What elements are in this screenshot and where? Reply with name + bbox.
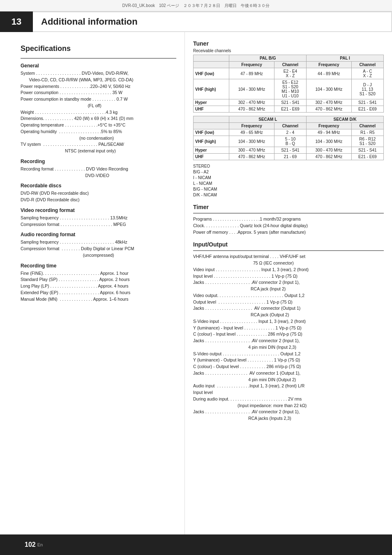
spec-line: Audio input . . . . . . . . . . . . . .I…: [193, 383, 384, 389]
table-row: UHF 470 - 862 MHz 21 - 69 470 - 862 MHz …: [194, 154, 384, 160]
ch2: A - C X - Z: [351, 68, 383, 79]
ch1: E2 - E4 X - Z: [274, 68, 306, 79]
row-label: Hyper: [194, 99, 229, 106]
pal-table: PAL B/G PAL I Frequency Channel Frequenc…: [193, 55, 384, 113]
spec-line: (Input impedance: more than 22 kΩ): [193, 403, 384, 409]
pal-bg-header: PAL B/G: [229, 55, 307, 62]
freq2: 470 - 862 MHz: [307, 154, 351, 160]
spec-line: Jacks . . . . . . . . . . . . . . . . . …: [193, 279, 384, 286]
ch2: E21 - E69: [351, 106, 383, 113]
spec-line: Input level . . . . . . . . . . . . . . …: [193, 273, 384, 280]
spec-line: Weight . . . . . . . . . . . . . . . . .…: [21, 109, 176, 116]
spec-line: Clock. . . . . . . . . . . . . . . Quart…: [193, 223, 384, 229]
spec-line: RCA jacks (Inputs 2,3): [193, 415, 384, 422]
spec-line: DVD-RW (DVD Re-recordable disc): [21, 190, 176, 197]
spec-line: (uncompressed): [21, 252, 176, 259]
top-bar: DVR-03_UK.book 102 ページ ２０３年７月２８日 月曜日 午後６…: [0, 0, 392, 12]
general-block: General System . . . . . . . . . . . . .…: [21, 63, 176, 154]
table-row: VHF (high) 104 - 300 MHz E5 - E12 S1 - S…: [194, 79, 384, 99]
audio-format-heading: Audio recording format: [21, 232, 176, 237]
spec-line: DVD-R (DVD Recordable disc): [21, 197, 176, 203]
recording-block: Recording Recording format . . . . . . .…: [21, 159, 176, 179]
spec-line: Manual Mode (MN) . . . . . . . . . . . .…: [21, 296, 176, 303]
timer-heading: Timer: [193, 204, 384, 210]
spec-line: RCA jack (Output 2): [193, 312, 384, 318]
row-label: VHF (low): [194, 68, 229, 79]
chapter-header: 13 Additional information: [0, 12, 392, 32]
row-label: VHF (low): [194, 129, 229, 136]
spec-line: S-Video input . . . . . . . . . . . . . …: [193, 318, 384, 325]
pal-i-header: PAL I: [307, 55, 384, 62]
spec-line: S-Video output . . . . . . . . . . . . .…: [193, 351, 384, 357]
ch2: R1 - R5: [351, 129, 383, 136]
table-row: Hyper 300 - 470 MHz S21 - S41 300 - 470 …: [194, 147, 384, 154]
stereo-line: D/K - NICAM: [193, 192, 384, 198]
topbar-text: DVR-03_UK.book 102 ページ ２０３年７月２８日 月曜日 午後６…: [122, 3, 270, 9]
io-divider: [193, 250, 384, 251]
freq1: 302 - 470 MHz: [229, 99, 274, 106]
freq2: 302 - 470 MHz: [307, 99, 351, 106]
spec-line: Video input . . . . . . . . . . . . . . …: [193, 267, 384, 273]
spec-line: Jacks . . . . . . . . . . . . . . . . . …: [193, 370, 384, 377]
input-output-block: Input/Output VHF/UHF antenna input/outpu…: [193, 241, 384, 422]
stereo-line: B/G - NICAM: [193, 187, 384, 192]
rectime-lines: Fine (FINE). . . . . . . . . . . . . . .…: [21, 270, 176, 303]
video-format-heading: Video recording format: [21, 207, 176, 213]
ch2: D - J 11, 13 S1 - S20: [351, 79, 383, 99]
ch1: 21 - 69: [274, 154, 306, 160]
video-format-block: Video recording format Sampling frequenc…: [21, 207, 176, 228]
recording-heading: Recording: [21, 159, 176, 164]
spec-line: RCA jack (Input 2): [193, 286, 384, 292]
freq2: 470 - 862 MHz: [307, 106, 351, 113]
table-row: Hyper 302 - 470 MHz S21 - S41 302 - 470 …: [194, 99, 384, 106]
recordable-discs-heading: Recordable discs: [21, 183, 176, 189]
row-label: VHF (high): [194, 79, 229, 99]
video-lines: Sampling frequency . . . . . . . . . . .…: [21, 215, 176, 228]
divider-general: [21, 58, 176, 59]
spec-line: Fine (FINE). . . . . . . . . . . . . . .…: [21, 270, 176, 277]
io-lines: VHF/UHF antenna input/output terminal . …: [193, 253, 384, 422]
section-title-specifications: Specifications: [21, 44, 176, 53]
spec-line: Power off memory . . . .Approx. 5 years …: [193, 229, 384, 236]
spec-line: NTSC (external input only): [21, 148, 176, 154]
spec-line: Power consumption . . . . . . . . . . . …: [21, 90, 176, 96]
freq1: 300 - 470 MHz: [229, 147, 274, 154]
freq1: 470 - 862 MHz: [229, 106, 274, 113]
row-label: UHF: [194, 154, 229, 160]
ch1: S21 - S41: [274, 147, 306, 154]
chapter-title: Additional information: [33, 12, 392, 32]
spec-line: Standard Play (SP) . . . . . . . . . . .…: [21, 276, 176, 283]
spec-line: Jacks . . . . . . . . . . . . . . . . . …: [193, 409, 384, 415]
timer-lines: Programs . . . . . . . . . . . . . . . .…: [193, 216, 384, 235]
freq2: 104 - 300 MHz: [307, 79, 351, 99]
ch1: E5 - E12 S1 - S20 M1 - M10 U1 - U10: [274, 79, 306, 99]
row-label: UHF: [194, 106, 229, 113]
table-row: VHF (low) 49 - 65 MHz 2 - 4 49 - 94 MHz …: [194, 129, 384, 136]
spec-line: Recording format . . . . . . . . . . . .…: [21, 166, 176, 173]
table-row: VHF (low) 47 - 89 MHz E2 - E4 X - Z 44 -…: [194, 68, 384, 79]
chapter-number: 13: [0, 12, 33, 32]
spec-line: C (colour) - Input level . . . . . . . .…: [193, 331, 384, 338]
spec-line: VHF/UHF antenna input/output terminal . …: [193, 253, 384, 260]
ch1: 5 - 10 B - Q: [274, 136, 306, 147]
spec-line: (FL off): [21, 103, 176, 109]
spec-line: System . . . . . . . . . . . . . . . . .…: [21, 70, 176, 77]
spec-line: Programs . . . . . . . . . . . . . . . .…: [193, 216, 384, 223]
freq2: 49 - 94 MHz: [307, 129, 351, 136]
recording-time-block: Recording time Fine (FINE). . . . . . . …: [21, 263, 176, 303]
tuner-block: Tuner Receivable channels PAL B/G PAL I …: [193, 40, 384, 198]
timer-block: Timer Programs . . . . . . . . . . . . .…: [193, 204, 384, 235]
audio-lines: Sampling frequency . . . . . . . . . . .…: [21, 239, 176, 258]
spec-line: (no condensation): [21, 135, 176, 142]
spec-line: Dimensions. . . . . . . . . . . . . 420 …: [21, 115, 176, 122]
spec-line: During audio input. . . . . . . . . . . …: [193, 396, 384, 403]
row-label: Hyper: [194, 147, 229, 154]
general-lines: System . . . . . . . . . . . . . . . . .…: [21, 70, 176, 154]
ch1: E21 - E69: [274, 106, 306, 113]
content-area: Specifications General System . . . . . …: [0, 32, 392, 534]
spec-line: Power requirements . . . . . . . . . . .…: [21, 83, 176, 90]
page-sub: En: [37, 542, 43, 547]
freq2: 104 - 300 MHz: [307, 136, 351, 147]
stereo-line: STEREO: [193, 164, 384, 169]
spec-line: Long Play (LP) . . . . . . . . . . . . .…: [21, 283, 176, 290]
